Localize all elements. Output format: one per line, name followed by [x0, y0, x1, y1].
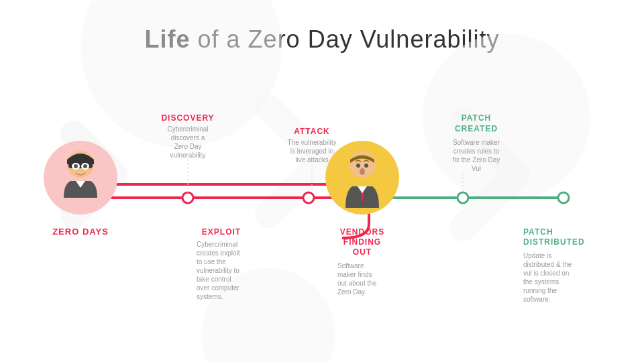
svg-point-9 [83, 164, 87, 168]
svg-text:The vulnerability: The vulnerability [288, 139, 337, 146]
svg-text:CREATED: CREATED [455, 124, 498, 133]
svg-text:creates rules to: creates rules to [453, 147, 500, 155]
svg-text:take control: take control [197, 276, 231, 283]
svg-text:running the: running the [523, 287, 557, 294]
page-title: Life of a Zero Day Vulnerability [0, 0, 644, 54]
svg-text:OUT: OUT [353, 247, 372, 257]
zero-days-label-text: ZERO DAYS [52, 227, 109, 237]
svg-text:vul is closed on: vul is closed on [523, 269, 569, 277]
svg-text:the systems: the systems [523, 278, 559, 286]
timeline-svg: DISCOVERY Cybercriminal discovers a Zero… [34, 67, 617, 349]
title-rest: of a Zero Day Vulnerability [191, 25, 500, 53]
svg-text:maker finds: maker finds [337, 271, 372, 278]
title-bold: Life [145, 25, 191, 53]
svg-text:Cybercriminal: Cybercriminal [197, 241, 237, 248]
svg-text:vulnerability: vulnerability [170, 152, 206, 159]
patch-distributed-label-text: PATCH [523, 227, 553, 237]
patch-created-label-text: PATCH [462, 113, 492, 123]
svg-point-8 [74, 164, 78, 168]
svg-text:Update is: Update is [523, 252, 551, 259]
svg-text:to use the: to use the [197, 258, 226, 265]
node-patch-created [458, 192, 468, 203]
svg-text:Vul: Vul [472, 165, 481, 172]
svg-text:Zero Day.: Zero Day. [337, 288, 366, 296]
svg-text:creates exploit: creates exploit [197, 249, 240, 257]
svg-text:out about the: out about the [337, 280, 377, 287]
svg-text:discovers a: discovers a [171, 134, 205, 141]
svg-text:DISTRIBUTED: DISTRIBUTED [523, 237, 585, 247]
svg-text:systems.: systems. [197, 293, 223, 300]
discovery-label-text: DISCOVERY [161, 113, 214, 123]
attack-label-text: ATTACK [294, 127, 330, 136]
exploit-label-text: EXPLOIT [202, 227, 241, 237]
svg-point-13 [360, 168, 365, 175]
svg-point-12 [364, 164, 368, 168]
svg-text:vulnerability to: vulnerability to [197, 267, 239, 274]
svg-text:distributed & the: distributed & the [523, 261, 572, 268]
node-discovery [182, 192, 193, 203]
node-attack [303, 192, 314, 203]
svg-point-11 [356, 164, 360, 168]
svg-text:over computer: over computer [197, 284, 240, 292]
svg-text:Software maker: Software maker [453, 139, 500, 146]
svg-text:is leveraged in: is leveraged in [290, 147, 333, 155]
discovery-desc-1: Cybercriminal [167, 125, 208, 133]
vendors-finding-out-label-text: VENDORS [340, 227, 384, 237]
svg-text:fix the Zero Day: fix the Zero Day [453, 156, 500, 164]
svg-text:FINDING: FINDING [343, 237, 381, 247]
svg-text:Zero Day: Zero Day [174, 143, 201, 150]
svg-text:live attacks: live attacks [295, 156, 328, 164]
svg-text:Software: Software [337, 262, 364, 269]
svg-text:software.: software. [523, 296, 551, 303]
node-patch-distributed [558, 192, 569, 203]
